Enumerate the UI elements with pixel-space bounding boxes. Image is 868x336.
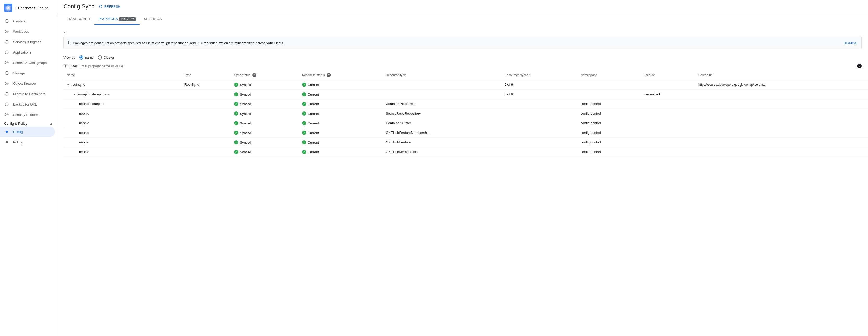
cell-name-krmapihost-nephio-cc: ▼krmapihost-nephio-cc xyxy=(63,90,181,99)
page-header: Config Sync REFRESH xyxy=(57,0,868,13)
reconcile-status-help[interactable]: ? xyxy=(327,73,331,77)
clusters-icon xyxy=(4,19,9,24)
tab-dashboard[interactable]: DASHBOARD xyxy=(63,13,94,25)
cell-namespace: config-control xyxy=(578,99,641,109)
sync-status-text: Synced xyxy=(240,93,251,96)
sidebar-sub-item-policy[interactable]: Policy xyxy=(0,137,55,147)
sidebar-item-storage[interactable]: Storage xyxy=(0,68,55,78)
filter-label: Filter xyxy=(70,64,77,68)
table-row: ▼krmapihost-nephio-cc ✓Synced✓Current6 o… xyxy=(63,90,868,99)
package-radio[interactable] xyxy=(79,55,84,60)
cell-source-url xyxy=(695,109,868,119)
sync-status-text: Synced xyxy=(240,121,251,125)
col-location: Location xyxy=(641,70,695,80)
cell-reconcile-status: ✓Current xyxy=(299,80,383,90)
reconcile-status-text: Current xyxy=(308,102,319,106)
table-header: Name Type Sync status ? Reconcile status… xyxy=(63,70,868,80)
cell-sync-status: ✓Synced xyxy=(231,90,299,99)
cell-type xyxy=(181,147,231,157)
sidebar-item-secrets-configmaps[interactable]: Secrets & ConfigMaps xyxy=(0,58,55,68)
view-by-package-option[interactable]: name xyxy=(79,55,94,60)
filter-input[interactable] xyxy=(79,64,855,68)
sidebar-item-label: Storage xyxy=(13,71,25,75)
package-label: name xyxy=(85,56,94,60)
sidebar-item-object-browser[interactable]: Object Browser xyxy=(0,78,55,89)
cell-type xyxy=(181,90,231,99)
cell-resources-synced xyxy=(501,138,577,147)
sidebar-item-security-posture[interactable]: Security Posture xyxy=(0,109,55,120)
cell-location xyxy=(641,80,695,90)
row-name: krmapihost-nephio-cc xyxy=(78,92,110,96)
cluster-radio[interactable] xyxy=(98,55,102,60)
reconcile-status-dot: ✓ xyxy=(302,121,306,125)
row-name: nephio xyxy=(79,121,89,125)
sidebar-sub-item-config[interactable]: Config xyxy=(0,127,55,137)
sidebar-item-migrate-to-containers[interactable]: Migrate to Containers xyxy=(0,89,55,99)
tabs-list: DASHBOARDPACKAGESPREVIEWSETTINGS xyxy=(63,13,166,25)
reconcile-status-dot: ✓ xyxy=(302,150,306,154)
reconcile-status-dot: ✓ xyxy=(302,92,306,96)
sync-status-text: Synced xyxy=(240,83,251,87)
sidebar-item-applications[interactable]: Applications xyxy=(0,47,55,58)
sidebar-item-services-ingress[interactable]: Services & Ingress xyxy=(0,37,55,47)
cell-namespace: config-control xyxy=(578,147,641,157)
sidebar-item-label: Clusters xyxy=(13,19,26,23)
cell-resource-type: GKEHubFeatureMembership xyxy=(383,128,501,138)
cell-resources-synced xyxy=(501,109,577,119)
col-type: Type xyxy=(181,70,231,80)
cell-sync-status: ✓Synced xyxy=(231,99,299,109)
cell-resource-type: GKEHubFeature xyxy=(383,138,501,147)
cell-namespace: config-control xyxy=(578,109,641,119)
cell-location xyxy=(641,99,695,109)
expand-icon[interactable]: ▼ xyxy=(73,93,76,96)
filter-help-icon[interactable]: ? xyxy=(857,64,862,68)
sidebar-item-label: Secrets & ConfigMaps xyxy=(13,61,46,65)
sync-status-help[interactable]: ? xyxy=(252,73,256,77)
sidebar-item-backup-for-gke[interactable]: Backup for GKE xyxy=(0,99,55,109)
sidebar-app-title: Kubernetes Engine xyxy=(16,6,49,10)
reconcile-status-text: Current xyxy=(308,112,319,115)
sidebar-item-clusters[interactable]: Clusters xyxy=(0,16,55,26)
view-by-cluster-option[interactable]: Cluster xyxy=(98,55,114,60)
cell-name-nephio-4: nephio xyxy=(63,138,181,147)
cell-reconcile-status: ✓Current xyxy=(299,147,383,157)
cell-reconcile-status: ✓Current xyxy=(299,99,383,109)
reconcile-status-dot: ✓ xyxy=(302,140,306,144)
table-row: nephio ✓Synced✓CurrentGKEHubFeatureMembe… xyxy=(63,128,868,138)
reconcile-status-text: Current xyxy=(308,141,319,144)
sidebar-sub-item-label: Config xyxy=(13,130,23,134)
row-name: nephio xyxy=(79,131,89,135)
sync-status-dot: ✓ xyxy=(234,102,238,106)
info-icon: ℹ xyxy=(68,40,70,46)
tab-packages[interactable]: PACKAGESPREVIEW xyxy=(94,13,140,25)
sync-status-dot: ✓ xyxy=(234,82,238,87)
table-row: nephio ✓Synced✓CurrentGKEHubFeatureconfi… xyxy=(63,138,868,147)
table-body: ▼root-sync RootSync✓Synced✓Current6 of 6… xyxy=(63,80,868,157)
expand-icon[interactable]: ▼ xyxy=(67,83,70,87)
cell-sync-status: ✓Synced xyxy=(231,80,299,90)
main-content: Config Sync REFRESH DASHBOARDPACKAGESPRE… xyxy=(57,0,868,336)
tab-settings[interactable]: SETTINGS xyxy=(140,13,166,25)
sidebar-item-label: Backup for GKE xyxy=(13,102,37,106)
cell-type: RootSync xyxy=(181,80,231,90)
col-name: Name xyxy=(63,70,181,80)
collapse-sidebar-button[interactable] xyxy=(60,28,69,37)
cell-sync-status: ✓Synced xyxy=(231,128,299,138)
cell-resources-synced xyxy=(501,147,577,157)
refresh-button[interactable]: REFRESH xyxy=(99,4,120,8)
cell-name-nephio-1: nephio xyxy=(63,109,181,119)
sync-status-dot: ✓ xyxy=(234,92,238,96)
view-by-label: View by xyxy=(63,56,75,60)
cell-resource-type: GKEHubMembership xyxy=(383,147,501,157)
section-collapse-icon[interactable]: ▲ xyxy=(50,122,53,125)
workloads-icon xyxy=(4,29,9,34)
security-icon xyxy=(4,112,9,117)
dismiss-button[interactable]: DISMISS xyxy=(843,41,857,45)
row-name: root-sync xyxy=(71,82,85,87)
sidebar-item-workloads[interactable]: Workloads xyxy=(0,26,55,37)
cell-resources-synced: 6 of 6 xyxy=(501,80,577,90)
cell-source-url xyxy=(695,147,868,157)
tab-label-dashboard: DASHBOARD xyxy=(68,17,90,21)
table-row: nephio ✓Synced✓CurrentGKEHubMembershipco… xyxy=(63,147,868,157)
col-sync-status: Sync status ? xyxy=(231,70,299,80)
